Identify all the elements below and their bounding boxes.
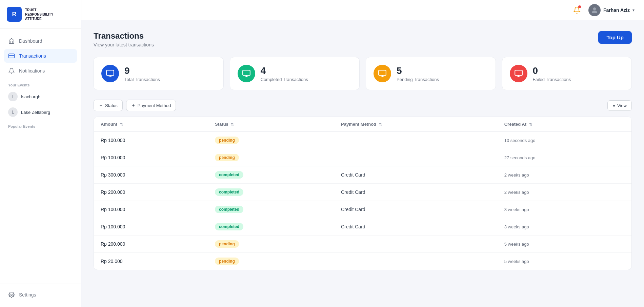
event-avatar-isacburgh: I xyxy=(8,92,18,101)
table-row[interactable]: Rp 100.000 pending 10 seconds ago xyxy=(94,132,631,149)
page-header: Transactions View your latest transactio… xyxy=(94,31,632,47)
col-payment-label: Payment Method xyxy=(341,122,376,127)
stat-card-pending: 5 Pending Transactions xyxy=(366,57,496,90)
table-row[interactable]: Rp 100.000 pending 27 seconds ago xyxy=(94,149,631,166)
cell-status: completed xyxy=(208,201,334,218)
stat-label-completed: Completed Transactions xyxy=(261,77,308,82)
col-payment-method[interactable]: Payment Method ⇅ xyxy=(334,117,498,132)
sort-icon-payment: ⇅ xyxy=(379,122,382,126)
cell-created-at: 27 seconds ago xyxy=(498,149,631,166)
event-name-lake-zellaberg: Lake Zellaberg xyxy=(21,110,50,115)
cell-amount: Rp 100.000 xyxy=(94,201,208,218)
stat-count-total: 9 xyxy=(124,65,160,76)
status-badge: completed xyxy=(215,206,243,213)
settings-icon xyxy=(8,291,15,298)
svg-rect-4 xyxy=(106,70,114,75)
plus-icon-2: ＋ xyxy=(131,102,136,108)
cell-amount: Rp 200.000 xyxy=(94,184,208,201)
cell-payment-method: Credit Card xyxy=(334,184,498,201)
col-status[interactable]: Status ⇅ xyxy=(208,117,334,132)
svg-point-2 xyxy=(11,294,13,296)
stat-icon-pending xyxy=(374,65,391,82)
table-row[interactable]: Rp 20.000 pending 5 weeks ago xyxy=(94,253,631,270)
sidebar-item-notifications[interactable]: Notifications xyxy=(4,64,77,78)
table-header: Amount ⇅ Status ⇅ Payment Method ⇅ Cre xyxy=(94,117,631,132)
cell-status: completed xyxy=(208,184,334,201)
table-row[interactable]: Rp 300.000 completed Credit Card 2 weeks… xyxy=(94,166,631,184)
cell-created-at: 5 weeks ago xyxy=(498,236,631,253)
cell-status: completed xyxy=(208,218,334,236)
cell-created-at: 5 weeks ago xyxy=(498,253,631,270)
your-events-label: Your Events xyxy=(4,79,77,89)
sidebar-item-label-dashboard: Dashboard xyxy=(19,38,42,44)
sidebar-item-settings[interactable]: Settings xyxy=(4,288,77,302)
status-badge: completed xyxy=(215,188,243,196)
svg-point-3 xyxy=(593,7,596,10)
page-title: Transactions xyxy=(94,31,154,41)
cell-payment-method: Credit Card xyxy=(334,201,498,218)
stat-icon-failed xyxy=(510,65,527,82)
cell-status: pending xyxy=(208,132,334,149)
col-amount[interactable]: Amount ⇅ xyxy=(94,117,208,132)
status-badge: pending xyxy=(215,137,239,144)
transactions-table-container: Amount ⇅ Status ⇅ Payment Method ⇅ Cre xyxy=(94,117,632,270)
filter-status-label: Status xyxy=(105,103,118,108)
cell-payment-method xyxy=(334,149,498,166)
status-badge: pending xyxy=(215,258,239,265)
stat-count-failed: 0 xyxy=(533,65,571,76)
filter-payment-label: Payment Method xyxy=(138,103,171,108)
cell-created-at: 2 weeks ago xyxy=(498,184,631,201)
notification-bell-button[interactable] xyxy=(571,4,583,16)
status-badge: completed xyxy=(215,171,243,179)
svg-rect-7 xyxy=(243,70,250,75)
col-created-at[interactable]: Created At ⇅ xyxy=(498,117,631,132)
filter-payment-method-button[interactable]: ＋ Payment Method xyxy=(126,100,176,111)
sidebar-nav: Dashboard Transactions Notifications You… xyxy=(0,29,81,284)
sidebar-item-label-transactions: Transactions xyxy=(19,53,46,59)
table-row[interactable]: Rp 100.000 completed Credit Card 3 weeks… xyxy=(94,201,631,218)
stat-label-total: Total Transactions xyxy=(124,77,160,82)
avatar xyxy=(588,4,601,16)
svg-rect-0 xyxy=(9,54,15,58)
sidebar: R TRUST RESPONSIBILITY ATTITUDE Dashboar… xyxy=(0,0,81,307)
cell-created-at: 3 weeks ago xyxy=(498,218,631,236)
view-icon: ≡ xyxy=(612,103,615,108)
notification-dot xyxy=(578,5,581,8)
table-row[interactable]: Rp 100.000 completed Credit Card 3 weeks… xyxy=(94,218,631,236)
chevron-down-icon: ▾ xyxy=(632,8,635,13)
stat-card-completed: 4 Completed Transactions xyxy=(230,57,360,90)
table-row[interactable]: Rp 200.000 pending 5 weeks ago xyxy=(94,236,631,253)
stat-card-total: 9 Total Transactions xyxy=(94,57,224,90)
page-title-block: Transactions View your latest transactio… xyxy=(94,31,154,47)
event-isacburgh[interactable]: I Isacburgh xyxy=(4,89,77,104)
topbar: Farhan Aziz ▾ xyxy=(81,0,644,20)
sidebar-item-transactions[interactable]: Transactions xyxy=(4,49,77,63)
stat-count-completed: 4 xyxy=(261,65,308,76)
cell-amount: Rp 300.000 xyxy=(94,166,208,184)
table-row[interactable]: Rp 200.000 completed Credit Card 2 weeks… xyxy=(94,184,631,201)
event-lake-zellaberg[interactable]: L Lake Zellaberg xyxy=(4,105,77,120)
stat-card-failed: 0 Failed Transactions xyxy=(502,57,632,90)
stat-info-failed: 0 Failed Transactions xyxy=(533,65,571,82)
col-created-label: Created At xyxy=(504,122,526,127)
page-content: Transactions View your latest transactio… xyxy=(81,20,644,307)
sidebar-item-dashboard[interactable]: Dashboard xyxy=(4,34,77,48)
view-button[interactable]: ≡ View xyxy=(607,100,632,111)
cell-amount: Rp 100.000 xyxy=(94,132,208,149)
user-menu-button[interactable]: Farhan Aziz ▾ xyxy=(588,4,635,16)
logo-icon: R xyxy=(7,7,22,22)
credit-card-icon xyxy=(8,53,15,59)
event-name-isacburgh: Isacburgh xyxy=(21,94,40,99)
stat-info-total: 9 Total Transactions xyxy=(124,65,160,82)
stat-icon-total xyxy=(101,65,119,82)
popular-events-label: Popular Events xyxy=(4,120,77,130)
cell-amount: Rp 200.000 xyxy=(94,236,208,253)
cell-payment-method: Credit Card xyxy=(334,218,498,236)
logo-text: TRUST RESPONSIBILITY ATTITUDE xyxy=(25,8,53,21)
cell-status: pending xyxy=(208,149,334,166)
cell-payment-method xyxy=(334,132,498,149)
filter-status-button[interactable]: ＋ Status xyxy=(94,100,123,111)
cell-status: completed xyxy=(208,166,334,184)
stat-count-pending: 5 xyxy=(397,65,439,76)
top-up-button[interactable]: Top Up xyxy=(598,31,632,44)
